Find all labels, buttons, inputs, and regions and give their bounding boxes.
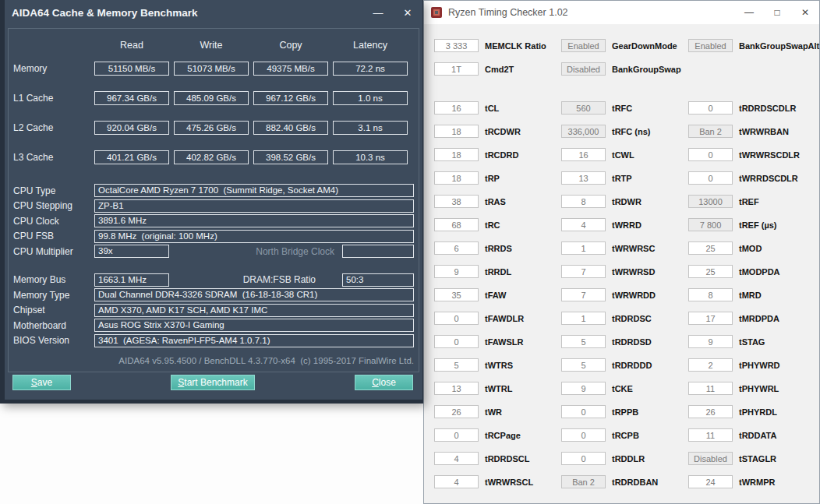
bench-header-row: Read Write Copy Latency <box>13 37 414 54</box>
timing-value-input[interactable] <box>434 62 479 76</box>
timing-value-input[interactable] <box>434 125 479 138</box>
timing-value-input[interactable] <box>434 171 479 185</box>
timing-value-input[interactable] <box>561 241 606 255</box>
start-benchmark-button[interactable]: Start Benchmark <box>171 375 255 390</box>
timing-label: tSTAG <box>739 337 765 347</box>
timing-value-input[interactable] <box>561 62 606 76</box>
timing-value-input[interactable] <box>434 39 479 52</box>
timing-value-input[interactable] <box>434 452 479 465</box>
timing-value-input[interactable] <box>688 125 733 138</box>
timing-field: tWRWRBAN <box>688 125 817 138</box>
bench-write-value: 402.82 GB/s <box>174 150 249 164</box>
timing-value-input[interactable] <box>688 452 733 465</box>
timing-value-input[interactable] <box>561 39 606 52</box>
timing-value-input[interactable] <box>688 101 733 115</box>
timing-value-input[interactable] <box>434 241 479 255</box>
timing-value-input[interactable] <box>561 125 606 138</box>
timing-label: BankGroupSwap <box>612 65 681 74</box>
timing-field: tCKE <box>561 382 690 395</box>
timing-label: Cmd2T <box>485 65 514 74</box>
timing-value-input[interactable] <box>434 195 479 208</box>
rtc-timing-column-2: tRFC tRFC (ns) tCWL tRTP <box>561 101 690 499</box>
timing-label: tWRWRSCL <box>485 478 533 487</box>
timing-value-input[interactable] <box>561 101 606 115</box>
bench-row-label: Memory <box>13 63 90 74</box>
timing-field: Cmd2T <box>434 62 563 76</box>
timing-label: tWR <box>485 407 502 417</box>
timing-value-input[interactable] <box>688 218 733 231</box>
close-action-button[interactable]: Close <box>355 375 413 390</box>
timing-value-input[interactable] <box>688 265 733 278</box>
bench-read-value: 401.21 GB/s <box>94 150 169 164</box>
timing-field: tRRDS <box>434 241 563 255</box>
timing-value-input[interactable] <box>688 428 733 442</box>
timing-value-input[interactable] <box>434 405 479 418</box>
aida64-window: AIDA64 Cache & Memory Benchmark — ✕ Read… <box>0 0 423 404</box>
timing-value-input[interactable] <box>688 241 733 255</box>
timing-value-input[interactable] <box>688 358 733 372</box>
timing-value-input[interactable] <box>688 148 733 161</box>
timing-value-input[interactable] <box>688 382 733 395</box>
save-button[interactable]: Save <box>12 375 71 390</box>
timing-value-input[interactable] <box>561 195 606 208</box>
dram-fsb-ratio-value: 50:3 <box>342 273 414 287</box>
timing-value-input[interactable] <box>561 335 606 348</box>
timing-value-input[interactable] <box>561 218 606 231</box>
timing-value-input[interactable] <box>561 452 606 465</box>
timing-value-input[interactable] <box>688 405 733 418</box>
timing-value-input[interactable] <box>561 475 606 488</box>
bench-table: Memory 51150 MB/s 51073 MB/s 49375 MB/s … <box>13 54 414 172</box>
column-header: Read <box>94 40 169 51</box>
timing-value-input[interactable] <box>561 312 606 325</box>
timing-field: tRCPage <box>434 428 563 442</box>
close-button[interactable]: ✕ <box>393 0 422 25</box>
timing-value-input[interactable] <box>688 288 733 301</box>
info-value: 3401 (AGESA: RavenPI-FP5-AM4 1.0.7.1) <box>94 334 414 347</box>
timing-value-input[interactable] <box>561 405 606 418</box>
timing-value-input[interactable] <box>561 288 606 301</box>
timing-value-input[interactable] <box>561 428 606 442</box>
maximize-button[interactable]: □ <box>763 1 791 24</box>
save-button-label: Save <box>13 375 70 389</box>
timing-value-input[interactable] <box>434 312 479 325</box>
timing-value-input[interactable] <box>434 101 479 115</box>
timing-value-input[interactable] <box>561 148 606 161</box>
memory-bus-row: Memory Bus 1663.1 MHz DRAM:FSB Ratio 50:… <box>13 273 414 288</box>
timing-value-input[interactable] <box>688 312 733 325</box>
timing-value-input[interactable] <box>688 171 733 185</box>
timing-value-input[interactable] <box>561 358 606 372</box>
timing-field: tRAS <box>434 195 563 208</box>
timing-value-input[interactable] <box>434 218 479 231</box>
timing-field: tRC <box>434 218 563 231</box>
timing-value-input[interactable] <box>688 195 733 208</box>
timing-value-input[interactable] <box>434 358 479 372</box>
bench-write-value: 485.09 GB/s <box>174 91 249 105</box>
timing-value-input[interactable] <box>434 382 479 395</box>
timing-value-input[interactable] <box>434 428 479 442</box>
timing-value-input[interactable] <box>434 475 479 488</box>
minimize-button[interactable]: — <box>735 1 763 24</box>
timing-field: tRFC (ns) <box>561 125 690 138</box>
minimize-button[interactable]: — <box>363 0 393 25</box>
timing-field: tWRRDSCDLR <box>688 171 817 185</box>
timing-value-input[interactable] <box>561 265 606 278</box>
timing-value-input[interactable] <box>561 382 606 395</box>
timing-value-input[interactable] <box>688 335 733 348</box>
cpu-multiplier-value: 39x <box>94 245 169 258</box>
timing-value-input[interactable] <box>434 265 479 278</box>
timing-value-input[interactable] <box>434 148 479 161</box>
timing-value-input[interactable] <box>434 335 479 348</box>
timing-label: tPHYWRL <box>739 384 779 393</box>
timing-value-input[interactable] <box>434 288 479 301</box>
timing-value-input[interactable] <box>561 171 606 185</box>
timing-label: tREF <box>739 197 759 206</box>
timing-field: tRP <box>434 171 563 185</box>
timing-field: tWRWRSCL <box>434 475 563 488</box>
cpu-info-section: CPU Type OctalCore AMD Ryzen 7 1700 (Sum… <box>13 183 414 244</box>
bench-latency-value: 1.0 ns <box>333 91 408 105</box>
timing-value-input[interactable] <box>688 39 733 52</box>
timing-field: tRPPB <box>561 405 690 418</box>
column-header: Write <box>174 40 249 51</box>
close-button[interactable]: ✕ <box>791 1 819 24</box>
timing-value-input[interactable] <box>688 475 733 488</box>
